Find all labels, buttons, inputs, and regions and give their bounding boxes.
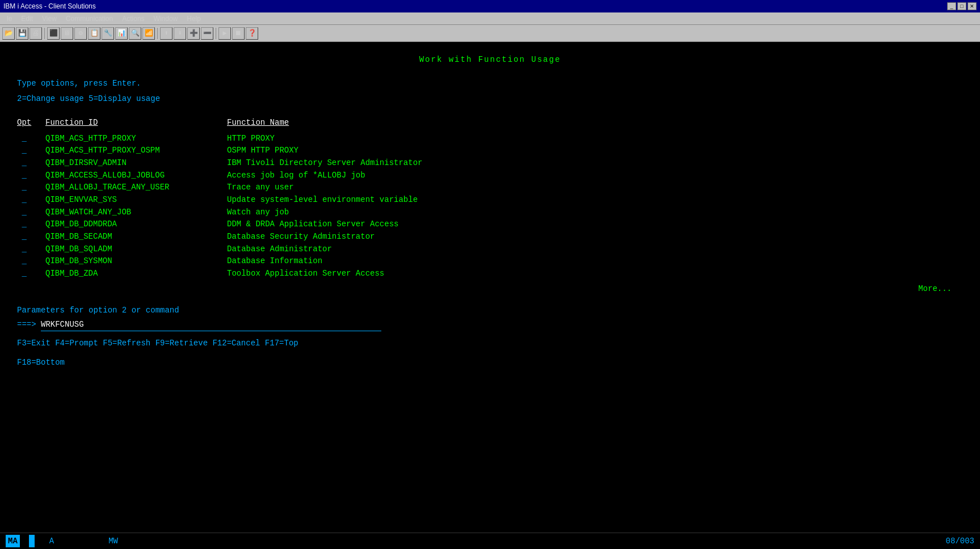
menu-view[interactable]: View <box>37 14 61 24</box>
row-fname-0: HTTP PROXY <box>227 133 963 145</box>
command-value: WRKFCNUSG <box>41 320 84 329</box>
instructions-line1: Type options, press Enter. <box>17 77 963 90</box>
row-opt-11: _ <box>17 268 45 280</box>
fkeys-line1: F3=Exit F4=Prompt F5=Refresh F9=Retrieve… <box>17 337 963 350</box>
toolbar-btn-11[interactable]: ➕ <box>187 27 200 40</box>
toolbar-btn-4[interactable]: 📋 <box>88 27 100 40</box>
menu-communication[interactable]: Communication <box>61 14 117 24</box>
toolbar-btn-14[interactable]: ⏹ <box>232 27 245 40</box>
row-fname-8: Database Security Administrator <box>227 231 963 243</box>
row-opt-5: _ <box>17 194 45 206</box>
toolbar: 📂 💾 🖨 ⬛ 🖥 ⚙ 📋 🔧 📊 🔍 📶 ⬆ ⬇ ➕ ➖ ▶ ⏹ ❓ <box>0 25 980 42</box>
row-opt-6: _ <box>17 206 45 219</box>
menu-edit[interactable]: Edit <box>16 14 37 24</box>
toolbar-btn-7[interactable]: 🔍 <box>129 27 141 40</box>
row-fid-3: QIBM_ACCESS_ALLOBJ_JOBLOG <box>45 170 227 182</box>
status-cursor <box>29 535 35 547</box>
row-fname-1: OSPM HTTP PROXY <box>227 145 963 157</box>
maximize-button[interactable]: □ <box>957 2 966 10</box>
row-fid-5: QIBM_ENVVAR_SYS <box>45 194 227 206</box>
minimize-button[interactable]: _ <box>947 2 956 10</box>
fkeys-line2: F18=Bottom <box>17 356 963 370</box>
toolbar-sep-2 <box>157 28 158 39</box>
row-opt-2: _ <box>17 157 45 170</box>
row-fname-11: Toolbox Application Server Access <box>227 268 963 280</box>
header-function-name: Function Name <box>227 116 963 129</box>
row-fid-0: QIBM_ACS_HTTP_PROXY <box>45 133 227 145</box>
menu-bar: le Edit View Communication Actions Windo… <box>0 12 980 25</box>
toolbar-btn-10[interactable]: ⬇ <box>174 27 186 40</box>
header-function-id: Function ID <box>45 116 227 129</box>
row-fname-9: Database Administrator <box>227 243 963 256</box>
toolbar-btn-9[interactable]: ⬆ <box>160 27 173 40</box>
toolbar-btn-1[interactable]: ⬛ <box>47 27 60 40</box>
title-bar: IBM i Access - Client Solutions _ □ ✕ <box>0 0 980 12</box>
row-fname-10: Database Information <box>227 255 963 268</box>
more-label: More... <box>17 282 963 295</box>
toolbar-print[interactable]: 🖨 <box>30 27 42 40</box>
toolbar-sep-1 <box>44 28 45 39</box>
toolbar-btn-5[interactable]: 🔧 <box>102 27 114 40</box>
row-fid-8: QIBM_DB_SECADM <box>45 231 227 243</box>
status-position: 08/003 <box>946 535 974 547</box>
table-row: _ QIBM_ACCESS_ALLOBJ_JOBLOG Access job l… <box>17 170 963 182</box>
table-row: _ QIBM_ENVVAR_SYS Update system-level en… <box>17 194 963 206</box>
table-row: _ QIBM_DIRSRV_ADMIN IBM Tivoli Directory… <box>17 157 963 170</box>
terminal-status-bar: MA A MW 08/003 <box>0 533 980 549</box>
table-row: _ QIBM_ALLOBJ_TRACE_ANY_USER Trace any u… <box>17 181 963 194</box>
row-fid-7: QIBM_DB_DDMDRDA <box>45 218 227 231</box>
status-session: MW <box>108 535 118 547</box>
screen-title: Work with Function Usage <box>17 53 963 66</box>
command-line: ===> WRKFCNUSG <box>17 318 963 331</box>
toolbar-btn-6[interactable]: 📊 <box>115 27 128 40</box>
row-opt-3: _ <box>17 170 45 182</box>
command-prompt: ===> <box>17 318 36 331</box>
toolbar-btn-3[interactable]: ⚙ <box>74 27 87 40</box>
row-opt-9: _ <box>17 243 45 256</box>
row-opt-8: _ <box>17 231 45 243</box>
status-ma-label: MA <box>6 535 20 547</box>
toolbar-btn-13[interactable]: ▶ <box>218 27 231 40</box>
row-fname-2: IBM Tivoli Directory Server Administrato… <box>227 157 963 170</box>
row-fid-11: QIBM_DB_ZDA <box>45 268 227 280</box>
menu-help[interactable]: Help <box>182 14 205 24</box>
table-header: Opt Function ID Function Name <box>17 116 963 129</box>
instructions-line2: 2=Change usage 5=Display usage <box>17 92 963 105</box>
table-row: _ QIBM_DB_ZDA Toolbox Application Server… <box>17 268 963 280</box>
table-row: _ QIBM_DB_SYSMON Database Information <box>17 255 963 268</box>
row-fid-4: QIBM_ALLOBJ_TRACE_ANY_USER <box>45 181 227 194</box>
status-mode: A <box>49 535 54 547</box>
toolbar-help[interactable]: ❓ <box>246 27 258 40</box>
row-opt-1: _ <box>17 145 45 157</box>
row-opt-4: _ <box>17 181 45 194</box>
toolbar-open[interactable]: 📂 <box>2 27 15 40</box>
row-fid-9: QIBM_DB_SQLADM <box>45 243 227 256</box>
table-row: _ QIBM_DB_SQLADM Database Administrator <box>17 243 963 256</box>
window-frame: IBM i Access - Client Solutions _ □ ✕ le… <box>0 0 980 549</box>
row-opt-7: _ <box>17 218 45 231</box>
table-row: _ QIBM_ACS_HTTP_PROXY HTTP PROXY <box>17 133 963 145</box>
toolbar-btn-12[interactable]: ➖ <box>201 27 213 40</box>
params-label: Parameters for option 2 or command <box>17 304 963 316</box>
row-fname-7: DDM & DRDA Application Server Access <box>227 218 963 231</box>
table-row: _ QIBM_DB_SECADM Database Security Admin… <box>17 231 963 243</box>
row-fname-3: Access job log of *ALLOBJ job <box>227 170 963 182</box>
row-fid-10: QIBM_DB_SYSMON <box>45 255 227 268</box>
menu-actions[interactable]: Actions <box>117 14 149 24</box>
toolbar-save[interactable]: 💾 <box>16 27 28 40</box>
table-row: _ QIBM_DB_DDMDRDA DDM & DRDA Application… <box>17 218 963 231</box>
toolbar-btn-8[interactable]: 📶 <box>142 27 155 40</box>
header-opt: Opt <box>17 116 45 129</box>
terminal-screen: Work with Function Usage Type options, p… <box>0 42 980 549</box>
row-fname-6: Watch any job <box>227 206 963 219</box>
toolbar-btn-2[interactable]: 🖥 <box>61 27 73 40</box>
command-input[interactable]: WRKFCNUSG <box>41 318 381 331</box>
menu-window[interactable]: Window <box>149 14 183 24</box>
table-row: _ QIBM_ACS_HTTP_PROXY_OSPM OSPM HTTP PRO… <box>17 145 963 157</box>
row-fname-5: Update system-level environment variable <box>227 194 963 206</box>
title-bar-controls[interactable]: _ □ ✕ <box>947 2 977 10</box>
row-fid-6: QIBM_WATCH_ANY_JOB <box>45 206 227 219</box>
menu-le[interactable]: le <box>2 14 16 24</box>
close-button[interactable]: ✕ <box>968 2 977 10</box>
row-fid-2: QIBM_DIRSRV_ADMIN <box>45 157 227 170</box>
